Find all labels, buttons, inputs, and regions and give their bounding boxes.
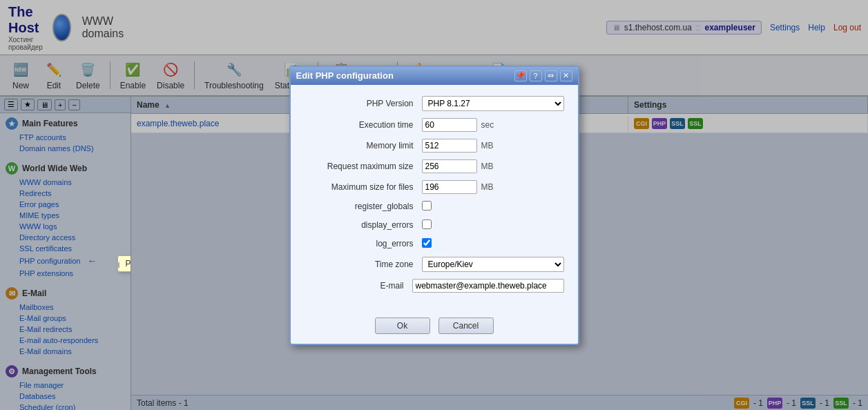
php-config-tooltip: PHP configuration tab xyxy=(117,255,131,272)
input-memory-limit[interactable] xyxy=(422,139,477,153)
form-row-timezone: Time zone Europe/Kiev UTC America/New_Yo… xyxy=(305,257,564,272)
form-row-display-errors: display_errors xyxy=(305,219,564,231)
dialog-footer: Ok Cancel xyxy=(291,311,578,344)
form-row-log-errors: log_errors xyxy=(305,238,564,250)
form-row-register-globals: register_globals xyxy=(305,201,564,213)
select-timezone[interactable]: Europe/Kiev UTC America/New_York xyxy=(422,257,564,272)
checkbox-display-errors[interactable] xyxy=(422,219,432,229)
form-row-php-version: PHP Version PHP 8.1.27 PHP 8.0.x PHP 7.4… xyxy=(305,96,564,111)
select-php-version[interactable]: PHP 8.1.27 PHP 8.0.x PHP 7.4.x xyxy=(422,96,564,111)
label-timezone: Time zone xyxy=(305,260,422,269)
dialog-title: Edit PHP configuration xyxy=(296,70,394,81)
form-row-memory-limit: Memory limit MB xyxy=(305,139,564,153)
label-log-errors: log_errors xyxy=(305,239,422,248)
control-max-file-size: MB xyxy=(422,180,564,194)
dialog-resize-btn[interactable]: ⇔ xyxy=(545,70,557,81)
control-execution-time: sec xyxy=(422,118,564,132)
label-max-file-size: Maximum size for files xyxy=(305,182,422,192)
php-config-dialog: Edit PHP configuration 📌 ? ⇔ ✕ PHP Versi… xyxy=(289,66,579,345)
control-register-globals xyxy=(422,201,564,213)
dialog-body: PHP Version PHP 8.1.27 PHP 8.0.x PHP 7.4… xyxy=(291,85,578,311)
ok-button[interactable]: Ok xyxy=(375,318,430,334)
checkbox-register-globals[interactable] xyxy=(422,201,432,211)
form-row-execution-time: Execution time sec xyxy=(305,118,564,132)
dialog-overlay: Edit PHP configuration 📌 ? ⇔ ✕ PHP Versi… xyxy=(0,0,868,410)
cancel-button[interactable]: Cancel xyxy=(438,318,494,334)
dialog-close-btn[interactable]: ✕ xyxy=(560,70,572,81)
control-display-errors xyxy=(422,219,564,231)
input-max-file-size[interactable] xyxy=(422,180,477,194)
label-request-max: Request maximum size xyxy=(305,162,422,171)
input-execution-time[interactable] xyxy=(422,118,477,132)
unit-request-max: MB xyxy=(481,162,494,171)
control-timezone: Europe/Kiev UTC America/New_York xyxy=(422,257,564,272)
form-row-email: E-mail xyxy=(305,279,564,293)
dialog-help-btn[interactable]: ? xyxy=(530,70,542,81)
label-memory-limit: Memory limit xyxy=(305,141,422,150)
label-php-version: PHP Version xyxy=(305,99,422,108)
label-display-errors: display_errors xyxy=(305,220,422,230)
unit-memory-limit: MB xyxy=(481,141,494,150)
control-request-max: MB xyxy=(422,159,564,173)
form-row-max-file-size: Maximum size for files MB xyxy=(305,180,564,194)
dialog-titlebar: Edit PHP configuration 📌 ? ⇔ ✕ xyxy=(291,67,578,85)
label-execution-time: Execution time xyxy=(305,120,422,130)
control-log-errors xyxy=(422,238,564,250)
tooltip-arrow xyxy=(113,262,119,269)
label-register-globals: register_globals xyxy=(305,202,422,211)
unit-execution-time: sec xyxy=(481,120,494,130)
label-email: E-mail xyxy=(305,281,412,291)
checkbox-log-errors[interactable] xyxy=(422,238,432,248)
unit-max-file-size: MB xyxy=(481,182,494,192)
input-email[interactable] xyxy=(412,279,564,293)
control-email xyxy=(412,279,564,293)
form-row-request-max: Request maximum size MB xyxy=(305,159,564,173)
control-memory-limit: MB xyxy=(422,139,564,153)
control-php-version: PHP 8.1.27 PHP 8.0.x PHP 7.4.x xyxy=(422,96,564,111)
dialog-pin-btn[interactable]: 📌 xyxy=(514,70,527,81)
dialog-controls: 📌 ? ⇔ ✕ xyxy=(514,70,572,81)
input-request-max[interactable] xyxy=(422,159,477,173)
